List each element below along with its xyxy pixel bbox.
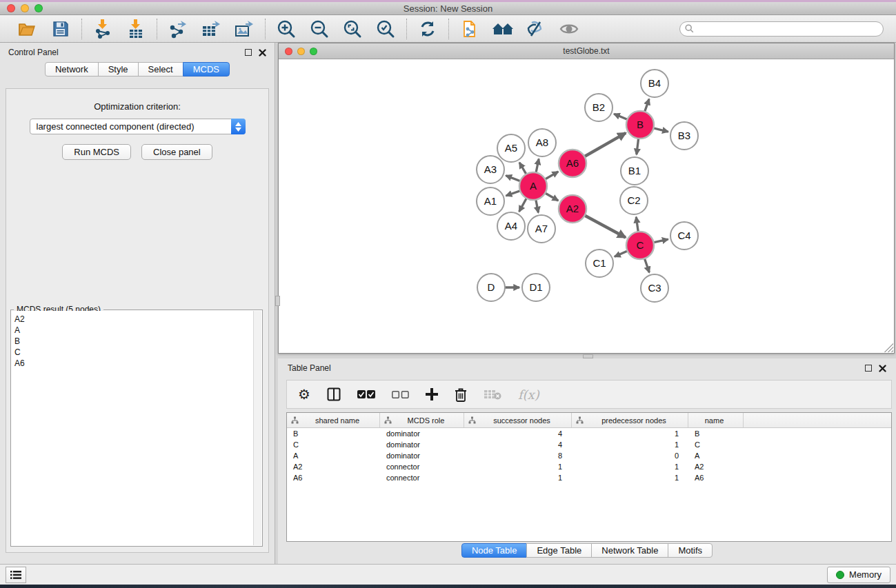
node-B4[interactable]: B4: [641, 70, 668, 97]
node-C3[interactable]: C3: [641, 274, 668, 302]
node-B2[interactable]: B2: [585, 94, 613, 121]
cell-predecessor-nodes: 1: [572, 429, 688, 438]
criterion-select[interactable]: largest connected component (directed): [30, 119, 246, 134]
svg-text:D1: D1: [529, 281, 542, 293]
show-graphics-details-icon[interactable]: [557, 18, 581, 40]
node-C2[interactable]: C2: [620, 187, 648, 214]
node-A8[interactable]: A8: [528, 129, 556, 156]
table-toolbar: ⚙ f(x): [286, 380, 892, 409]
network-graph[interactable]: AA1A2A3A4A5A6A7A8BB1B2B3B4CC1C2C3C4DD1: [279, 59, 894, 352]
refresh-icon[interactable]: [416, 18, 439, 40]
float-table-panel-icon[interactable]: [865, 365, 872, 372]
node-table[interactable]: shared nameMCDS rolesuccessor nodesprede…: [286, 412, 892, 542]
node-A7[interactable]: A7: [528, 215, 555, 243]
column-header-MCDS-role[interactable]: MCDS role: [380, 413, 464, 427]
float-panel-icon[interactable]: [245, 49, 252, 56]
table-tab-node-table[interactable]: Node Table: [461, 543, 528, 558]
zoom-window-icon[interactable]: [34, 4, 43, 12]
tab-mcds[interactable]: MCDS: [183, 62, 230, 77]
close-panel-button[interactable]: Close panel: [141, 144, 212, 160]
node-D1[interactable]: D1: [522, 274, 550, 301]
node-A1[interactable]: A1: [477, 187, 504, 215]
toolbar-search[interactable]: [679, 21, 884, 37]
table-row[interactable]: Cdominator41C: [287, 439, 891, 450]
run-mcds-button[interactable]: Run MCDS: [62, 144, 131, 160]
network-zoom-icon[interactable]: [310, 48, 317, 55]
table-tab-motifs[interactable]: Motifs: [668, 543, 713, 558]
app-title: Session: New Session: [0, 3, 896, 14]
result-item[interactable]: C: [14, 347, 253, 358]
node-C1[interactable]: C1: [586, 250, 613, 277]
search-input[interactable]: [697, 24, 883, 34]
node-D[interactable]: D: [477, 274, 505, 301]
toggle-panel-icon[interactable]: [327, 384, 341, 405]
network-close-icon[interactable]: [285, 48, 292, 55]
column-header-name[interactable]: name: [688, 413, 744, 427]
search-icon: [685, 24, 694, 33]
table-row[interactable]: A2connector11A2: [287, 461, 891, 472]
export-network-icon[interactable]: [166, 18, 190, 40]
zoom-out-icon[interactable]: [308, 18, 331, 40]
vertical-splitter-handle[interactable]: [275, 296, 280, 306]
zoom-in-icon[interactable]: [275, 18, 298, 40]
memory-status-icon: [836, 571, 844, 579]
home-icon[interactable]: [491, 18, 515, 40]
close-panel-icon[interactable]: [259, 49, 266, 57]
node-A5[interactable]: A5: [497, 134, 525, 162]
open-session-icon[interactable]: [16, 18, 39, 40]
column-header-successor-nodes[interactable]: successor nodes: [464, 413, 572, 427]
node-A4[interactable]: A4: [497, 212, 525, 240]
table-tab-network-table[interactable]: Network Table: [591, 543, 668, 558]
export-image-icon[interactable]: [232, 18, 256, 40]
table-row[interactable]: Adominator80A: [287, 450, 891, 461]
cell-shared-name: B: [287, 429, 380, 438]
export-table-icon[interactable]: [199, 18, 223, 40]
network-canvas[interactable]: AA1A2A3A4A5A6A7A8BB1B2B3B4CC1C2C3C4DD1: [279, 59, 894, 353]
tab-select[interactable]: Select: [138, 62, 183, 77]
result-item[interactable]: A: [14, 325, 253, 336]
column-header-shared-name[interactable]: shared name: [287, 413, 380, 427]
hide-graphics-details-icon[interactable]: [524, 18, 548, 40]
node-C4[interactable]: C4: [670, 222, 698, 250]
tab-style[interactable]: Style: [98, 62, 139, 77]
table-row[interactable]: Bdominator41B: [287, 428, 891, 439]
network-window-titlebar[interactable]: testGlobe.txt: [279, 43, 894, 59]
node-A3[interactable]: A3: [477, 156, 504, 183]
svg-text:A: A: [530, 180, 537, 192]
node-A[interactable]: A: [519, 172, 547, 200]
close-table-panel-icon[interactable]: [879, 365, 886, 372]
memory-button[interactable]: Memory: [827, 567, 890, 583]
minimize-window-icon[interactable]: [21, 4, 29, 12]
import-table-icon[interactable]: [124, 18, 148, 40]
select-all-icon[interactable]: [357, 384, 375, 405]
result-item[interactable]: A2: [14, 314, 253, 325]
window-resize-grip[interactable]: [884, 343, 893, 352]
node-B[interactable]: B: [626, 111, 654, 139]
delete-column-icon[interactable]: [455, 384, 467, 405]
mcds-result-list[interactable]: A2ABCA6: [12, 311, 253, 545]
clear-selection-icon[interactable]: [392, 384, 409, 405]
column-settings-icon[interactable]: ⚙: [298, 384, 310, 405]
save-session-icon[interactable]: [49, 18, 72, 40]
result-item[interactable]: B: [14, 336, 253, 347]
network-from-selection-icon[interactable]: [458, 18, 481, 40]
node-A6[interactable]: A6: [559, 150, 586, 177]
network-minimize-icon[interactable]: [297, 48, 305, 55]
column-type-icon: [384, 416, 392, 424]
add-column-icon[interactable]: [426, 384, 438, 405]
node-B3[interactable]: B3: [670, 122, 698, 150]
node-A2[interactable]: A2: [559, 195, 586, 223]
column-header-predecessor-nodes[interactable]: predecessor nodes: [572, 413, 688, 427]
table-tab-edge-table[interactable]: Edge Table: [526, 543, 592, 558]
table-row[interactable]: A6connector11A6: [287, 472, 891, 483]
node-B1[interactable]: B1: [621, 157, 648, 185]
close-window-icon[interactable]: [7, 4, 15, 12]
result-scrollbar[interactable]: [253, 311, 261, 545]
zoom-fit-icon[interactable]: [341, 18, 364, 40]
result-item[interactable]: A6: [14, 358, 253, 369]
zoom-selected-icon[interactable]: [374, 18, 397, 40]
node-C[interactable]: C: [626, 232, 654, 259]
task-history-button[interactable]: [6, 567, 26, 583]
tab-network[interactable]: Network: [45, 62, 99, 77]
import-network-icon[interactable]: [91, 18, 115, 40]
